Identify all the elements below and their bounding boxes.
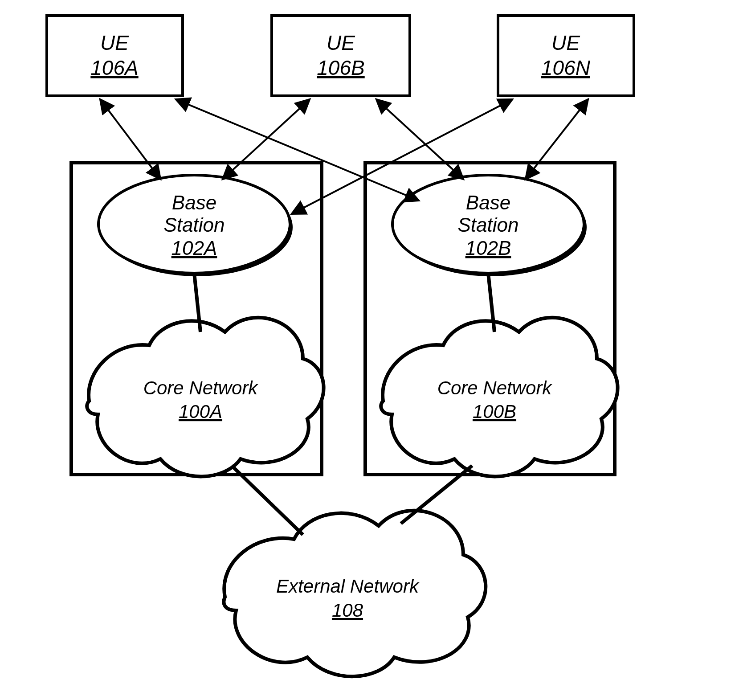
ue-b-prefix: UE bbox=[327, 31, 355, 54]
base-station-a-line2: Station bbox=[164, 214, 225, 236]
svg-rect-0 bbox=[47, 16, 183, 96]
base-station-a-line1: Base bbox=[172, 192, 216, 213]
core-network-b-label: Core Network bbox=[437, 377, 553, 398]
svg-rect-1 bbox=[272, 16, 410, 96]
base-station-b-id: 102B bbox=[465, 237, 511, 259]
core-network-b-id: 100B bbox=[473, 401, 516, 422]
core-network-a-id: 100A bbox=[179, 401, 222, 422]
ue-n-id: 106N bbox=[541, 56, 591, 79]
core-network-a-label: Core Network bbox=[143, 377, 259, 398]
svg-rect-2 bbox=[498, 16, 634, 96]
ue-a: UE 106A bbox=[47, 16, 183, 96]
ue-a-id: 106A bbox=[90, 56, 138, 79]
external-network-label: External Network bbox=[276, 576, 420, 597]
base-station-b-line1: Base bbox=[466, 192, 510, 213]
ue-b: UE 106B bbox=[272, 16, 410, 96]
ue-b-id: 106B bbox=[317, 56, 364, 79]
ue-n: UE 106N bbox=[498, 16, 634, 96]
base-station-a-id: 102A bbox=[171, 237, 217, 259]
external-network-id: 108 bbox=[332, 600, 363, 621]
ue-n-prefix: UE bbox=[551, 31, 580, 54]
network-diagram: UE 106A UE 106B UE 106N Base Station 102… bbox=[0, 0, 743, 700]
external-network: External Network 108 bbox=[224, 511, 486, 676]
ue-a-prefix: UE bbox=[100, 31, 129, 54]
base-station-b-line2: Station bbox=[458, 214, 519, 236]
